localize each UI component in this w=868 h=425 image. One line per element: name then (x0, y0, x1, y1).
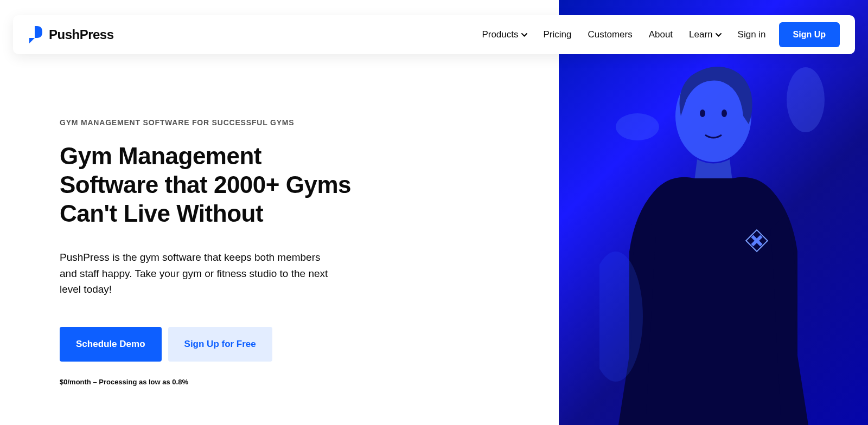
svg-point-6 (616, 113, 659, 140)
signup-free-button[interactable]: Sign Up for Free (168, 327, 272, 362)
nav-products[interactable]: Products (482, 29, 527, 40)
schedule-demo-button[interactable]: Schedule Demo (60, 327, 162, 362)
logo-text: PushPress (49, 27, 114, 42)
svg-point-1 (700, 110, 705, 117)
hero-headline: Gym Management Software that 2000+ Gyms … (60, 142, 363, 228)
nav-links: Products Pricing Customers About Learn S… (482, 29, 765, 40)
hero-description: PushPress is the gym software that keeps… (60, 249, 336, 297)
nav-learn[interactable]: Learn (689, 29, 721, 40)
nav-pricing-label: Pricing (544, 29, 572, 40)
nav-products-label: Products (482, 29, 518, 40)
navbar: PushPress Products Pricing Customers Abo… (13, 15, 855, 54)
hero-eyebrow: GYM MANAGEMENT SOFTWARE FOR SUCCESSFUL G… (60, 118, 363, 127)
svg-point-2 (722, 110, 727, 117)
nav-signin-label: Sign in (738, 29, 766, 40)
hero-content: GYM MANAGEMENT SOFTWARE FOR SUCCESSFUL G… (60, 118, 363, 386)
hero-image (559, 0, 868, 425)
nav-customers-label: Customers (588, 29, 632, 40)
nav-about-label: About (649, 29, 673, 40)
nav-about[interactable]: About (649, 29, 673, 40)
signup-button[interactable]: Sign Up (779, 22, 840, 47)
logo[interactable]: PushPress (28, 25, 114, 44)
svg-point-7 (787, 67, 825, 132)
nav-customers[interactable]: Customers (588, 29, 632, 40)
pricing-note: $0/month – Processing as low as 0.8% (60, 378, 363, 386)
chevron-down-icon (716, 33, 722, 37)
cta-row: Schedule Demo Sign Up for Free (60, 327, 363, 362)
nav-signin[interactable]: Sign in (738, 29, 766, 40)
chevron-down-icon (521, 33, 527, 37)
nav-learn-label: Learn (689, 29, 712, 40)
nav-pricing[interactable]: Pricing (544, 29, 572, 40)
logo-icon (28, 25, 43, 44)
hero-person-illustration (599, 46, 827, 425)
